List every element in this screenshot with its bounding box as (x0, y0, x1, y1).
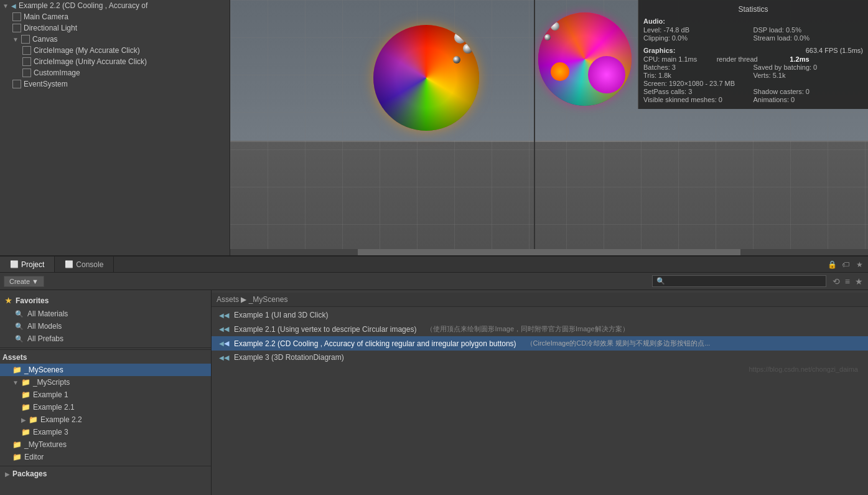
stats-render-val: 1.2ms (790, 55, 863, 63)
project-icon: ⬜ (10, 260, 19, 268)
editor-label: Editor (24, 453, 44, 461)
tree-example21[interactable]: 📁 Example 2.1 (0, 401, 211, 413)
file-item-example3[interactable]: ◀ Example 3 (3D RotationDiagram) (212, 351, 868, 364)
stats-shadow: Shadow casters: 0 (754, 88, 864, 95)
stats-cpu-row: CPU: main 1.1ms render thread 1.2ms (643, 55, 863, 63)
file-list-panel: Assets ▶ _MyScenes ◀ Example 1 (UI and 3… (212, 290, 868, 495)
favorites-label: Favorites (16, 296, 49, 305)
create-label: Create ▼ (9, 278, 39, 285)
scene-arrow-icon: ▼ (2, 2, 9, 9)
tree-example3[interactable]: 📁 Example 3 (0, 426, 211, 438)
example21-folder-icon: 📁 (21, 403, 30, 412)
stats-screen: Screen: 1920×1080 - 23.7 MB (643, 80, 863, 87)
example3-folder-icon: 📁 (21, 428, 30, 436)
stats-level-row: Level: -74.8 dB DSP load: 0.5% (643, 26, 863, 34)
hierarchy-eventsystem[interactable]: EventSystem (0, 78, 230, 90)
hierarchy-directional-light[interactable]: Directional Light (0, 22, 230, 34)
star-filter-btn[interactable]: ★ (854, 275, 864, 288)
camera-label: Main Camera (24, 12, 68, 21)
all-materials-label: All Materials (27, 309, 68, 318)
eventsystem-icon (12, 80, 21, 88)
tree-example22[interactable]: ▶ 📁 Example 2.2 (0, 413, 211, 426)
hierarchy-circle-unity[interactable]: CircleImage (Unity Accurate Click) (0, 56, 230, 67)
circle-my-label: CircleImage (My Accurate Click) (34, 46, 140, 55)
circle-unity-label: CircleImage (Unity Accurate Click) (34, 57, 147, 66)
circle-my-icon (22, 46, 31, 55)
hierarchy-circle-my[interactable]: CircleImage (My Accurate Click) (0, 45, 230, 56)
favorites-header[interactable]: ★ Favorites (0, 294, 211, 308)
favorites-star-icon: ★ (5, 296, 12, 305)
file-scene-icon-3: ◀ (219, 354, 229, 362)
stats-stream: Stream load: 0.0% (754, 34, 864, 42)
example22-arrow-icon: ▶ (21, 417, 26, 423)
stats-tris-row: Tris: 1.8k Verts: 5.1k (643, 72, 863, 79)
console-tab-label: Console (76, 260, 103, 269)
file-name-3: Example 3 (3D RotationDiagram) (234, 353, 344, 362)
scene-view[interactable]: Statistics Audio: Level: -74.8 dB DSP lo… (230, 0, 868, 255)
icon-buttons: ⟲ ≡ ★ (831, 275, 864, 288)
hierarchy-custom-image[interactable]: CustomImage (0, 67, 230, 78)
circle-main-visual (373, 25, 479, 131)
canvas-arrow-icon: ▼ (12, 36, 19, 43)
hierarchy-main-camera[interactable]: Main Camera (0, 11, 230, 22)
myscenes-label: _MyScenes (24, 365, 63, 374)
file-item-example22[interactable]: ◀ Example 2.2 (CD Cooling , Accuracy of … (212, 336, 868, 351)
packages-label: Packages (12, 469, 47, 478)
stats-saved-batching: Saved by batching: 0 (754, 64, 864, 71)
canvas-icon (21, 35, 30, 44)
star-btn[interactable]: ★ (853, 258, 866, 271)
stats-visible-row: Visible skinned meshes: 0 Animations: 0 (643, 96, 863, 103)
canvas-label: Canvas (32, 35, 58, 44)
content-area: ★ Favorites 🔍 All Materials 🔍 All Models… (0, 290, 868, 495)
breadcrumb: Assets ▶ _MyScenes (212, 293, 868, 307)
stats-dsp: DSP load: 0.5% (754, 26, 864, 34)
file-desc-21: （使用顶点来绘制圆形Image，同时附带官方圆形Image解决方案） (426, 324, 628, 334)
stats-animations: Animations: 0 (754, 96, 864, 103)
tree-myscenes[interactable]: 📁 _MyScenes (0, 364, 211, 376)
example1-label: Example 1 (33, 390, 68, 399)
hierarchy-canvas[interactable]: ▼ Canvas (0, 34, 230, 45)
scene-horizontal-scrollbar[interactable] (230, 249, 868, 255)
mytextures-folder-icon: 📁 (12, 440, 22, 449)
stats-cpu: CPU: main 1.1ms (643, 55, 717, 63)
tab-console[interactable]: ⬜ Console (55, 257, 114, 272)
myscenes-folder-icon: 📁 (12, 365, 22, 374)
fav-all-prefabs[interactable]: 🔍 All Prefabs (0, 332, 211, 345)
tree-myscripts[interactable]: ▼ 📁 _MyScripts (0, 376, 211, 389)
tree-mytextures[interactable]: 📁 _MyTextures (0, 438, 211, 451)
file-item-example1[interactable]: ◀ Example 1 (UI and 3D Click) (212, 308, 868, 322)
fav-all-models[interactable]: 🔍 All Models (0, 320, 211, 332)
tag-btn[interactable]: 🏷 (839, 258, 852, 271)
hierarchy-panel: ▼ ◀ Example 2.2 (CD Cooling , Accuracy o… (0, 0, 230, 255)
custom-image-label: CustomImage (34, 68, 80, 77)
stats-setpass: SetPass calls: 3 (643, 88, 754, 95)
scrollbar-thumb[interactable] (358, 249, 740, 255)
packages-header[interactable]: ▶ Packages (0, 468, 211, 480)
tree-editor[interactable]: 📁 Editor (0, 451, 211, 463)
stats-clipping: Clipping: 0.0% (643, 34, 754, 42)
stats-tris: Tris: 1.8k (643, 72, 754, 79)
filter-icon-btn[interactable]: ≡ (844, 275, 851, 288)
search-input[interactable] (668, 278, 822, 285)
all-prefabs-label: All Prefabs (27, 334, 63, 343)
assets-header[interactable]: Assets (0, 351, 211, 364)
stats-render-thread: render thread (717, 55, 790, 63)
file-scene-icon-21: ◀ (219, 325, 229, 333)
lock-btn[interactable]: 🔒 (826, 258, 838, 271)
search-box[interactable]: 🔍 (652, 275, 826, 287)
fav-all-materials[interactable]: 🔍 All Materials (0, 308, 211, 320)
all-materials-icon: 🔍 (15, 310, 24, 318)
packages-arrow-icon: ▶ (5, 471, 10, 478)
breadcrumb-path: Assets ▶ _MyScenes (217, 295, 287, 304)
tab-bar: ⬜ Project ⬜ Console 🔒 🏷 ★ (0, 257, 868, 273)
tab-project[interactable]: ⬜ Project (0, 257, 55, 272)
create-button[interactable]: Create ▼ (4, 276, 44, 287)
stats-screen-row: Screen: 1920×1080 - 23.7 MB (643, 80, 863, 87)
file-name-21: Example 2.1 (Using vertex to descripe Ci… (234, 325, 416, 334)
camera-icon (12, 12, 21, 21)
refresh-icon-btn[interactable]: ⟲ (831, 275, 841, 288)
file-item-example21[interactable]: ◀ Example 2.1 (Using vertex to descripe … (212, 322, 868, 336)
tree-example1[interactable]: 📁 Example 1 (0, 389, 211, 401)
scene-header[interactable]: ▼ ◀ Example 2.2 (CD Cooling , Accuracy o… (0, 0, 230, 11)
all-models-label: All Models (27, 322, 62, 331)
